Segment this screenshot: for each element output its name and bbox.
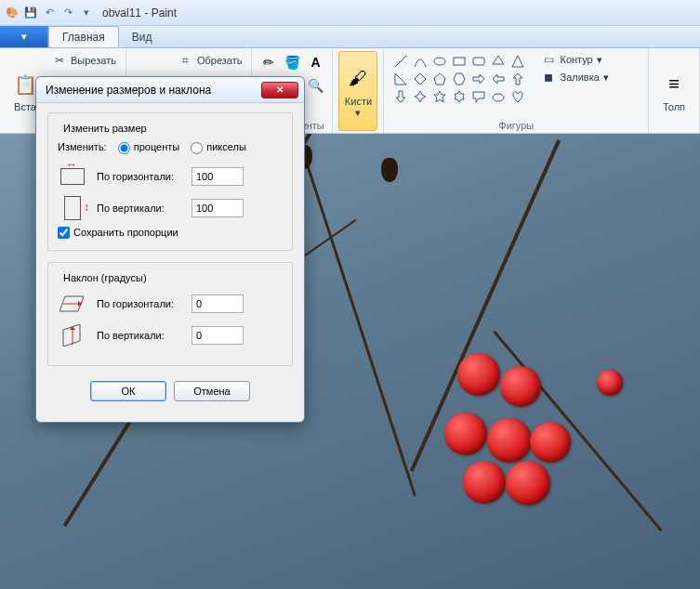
shape-triangle-icon[interactable] [508,53,527,70]
dialog-titlebar[interactable]: Изменение размеров и наклона ✕ [36,77,304,103]
resize-section-title: Изменить размер [59,123,151,134]
resize-h-input[interactable] [192,167,244,186]
svg-marker-8 [415,73,426,85]
skew-h-input[interactable] [192,294,244,313]
shape-star4-icon[interactable] [411,88,429,105]
svg-point-18 [493,94,504,101]
tab-home[interactable]: Главная [48,26,119,47]
cancel-button[interactable]: Отмена [174,381,250,401]
svg-rect-4 [473,58,484,65]
brush-icon: 🖌 [343,64,373,94]
resize-section: Изменить размер Изменить: проценты пиксе… [47,112,293,251]
file-menu-button[interactable]: ▾ [0,26,48,47]
shape-fill-button[interactable]: ◼ Заливка ▾ [538,69,611,85]
svg-marker-12 [493,74,504,84]
tab-view[interactable]: Вид [119,26,165,47]
svg-marker-7 [395,73,406,85]
skew-v-label: По вертикали: [97,330,182,341]
bucket-icon: 🪣 [284,55,300,70]
shape-pentagon-icon[interactable] [430,71,449,87]
shape-heart-icon[interactable] [508,88,527,105]
svg-marker-6 [512,56,523,67]
shape-arrow-l-icon[interactable] [489,71,508,87]
radio-percent[interactable]: проценты [118,141,180,154]
magnifier-icon: 🔍 [308,78,324,93]
size-button[interactable]: ≡ Толп [654,51,693,131]
shape-rect-icon[interactable] [450,53,469,70]
undo-icon[interactable]: ↶ [41,5,58,21]
resize-horizontal-icon [60,168,85,185]
shape-star6-icon[interactable] [450,88,469,105]
shapes-gallery[interactable] [390,51,529,118]
group-shapes-label: Фигуры [390,120,642,131]
shape-hexagon-icon[interactable] [450,71,469,87]
window-title: obval11 - Paint [102,7,177,20]
svg-marker-24 [70,326,75,330]
svg-marker-17 [455,91,464,102]
crop-icon: ⌗ [178,53,193,68]
cut-button[interactable]: ✂ Вырезать [48,51,120,70]
shape-roundrect-icon[interactable] [469,53,488,70]
shape-rtriangle-icon[interactable] [391,71,410,87]
skew-vertical-icon [58,322,87,348]
shape-star5-icon[interactable] [430,88,449,105]
aspect-checkbox[interactable]: Сохранить пропорции [58,227,178,238]
shape-cloud-icon[interactable] [489,88,508,105]
qat-dropdown-icon[interactable]: ▾ [78,5,95,21]
redo-icon[interactable]: ↷ [59,5,76,21]
group-brushes: 🖌 Кисти▾ [333,48,384,133]
scissors-icon: ✂ [52,53,67,68]
file-dropdown-icon: ▾ [21,31,27,43]
skew-h-label: По горизонтали: [97,298,182,309]
group-size: ≡ Толп [649,48,700,133]
radio-pixels[interactable]: пикселы [191,141,246,154]
shape-line-icon[interactable] [391,53,410,70]
svg-marker-13 [513,73,522,85]
group-shapes: ▭ Контур ▾ ◼ Заливка ▾ Фигуры [384,48,649,133]
crop-button[interactable]: ⌗ Обрезать [175,51,246,70]
shape-polygon-icon[interactable] [489,53,508,70]
svg-marker-16 [434,91,445,102]
svg-marker-14 [396,91,405,102]
dialog-close-button[interactable]: ✕ [261,82,298,98]
save-icon[interactable]: 💾 [22,5,39,21]
outline-icon: ▭ [541,52,556,67]
fill-icon: ◼ [541,70,556,85]
shape-callout-icon[interactable] [469,88,488,105]
shape-arrow-r-icon[interactable] [469,71,488,87]
svg-rect-3 [454,58,465,65]
svg-marker-9 [434,73,445,85]
shape-outline-button[interactable]: ▭ Контур ▾ [538,51,611,68]
svg-marker-15 [415,91,426,102]
text-icon: A [310,55,320,70]
text-tool[interactable]: A [304,51,326,73]
skew-horizontal-icon [58,291,87,317]
svg-point-2 [434,58,445,65]
resize-by-label: Изменить: [58,141,107,154]
brushes-button[interactable]: 🖌 Кисти▾ [338,51,377,131]
shape-arrow-u-icon[interactable] [508,71,527,87]
shape-diamond-icon[interactable] [411,71,429,87]
dialog-title: Изменение размеров и наклона [46,84,261,97]
skew-section-title: Наклон (градусы) [59,272,151,283]
svg-marker-11 [473,74,484,84]
ok-button[interactable]: ОК [90,381,166,401]
magnify-tool[interactable]: 🔍 [304,74,326,97]
resize-v-input[interactable] [192,199,244,217]
svg-marker-10 [454,73,465,85]
size-icon: ≡ [659,70,689,99]
shape-oval-icon[interactable] [430,53,449,70]
fill-tool[interactable]: 🪣 [281,51,303,73]
radio-percent-input[interactable] [118,142,130,154]
resize-vertical-icon [64,196,81,220]
radio-pixels-input[interactable] [191,142,203,154]
app-icon[interactable]: 🎨 [4,5,20,21]
resize-v-label: По вертикали: [97,203,182,214]
title-bar: 🎨 💾 ↶ ↷ ▾ obval11 - Paint [0,0,700,26]
aspect-checkbox-input[interactable] [58,227,70,239]
pencil-tool[interactable]: ✏ [258,51,280,73]
skew-v-input[interactable] [192,326,244,345]
shape-curve-icon[interactable] [411,53,429,70]
shape-arrow-d-icon[interactable] [391,88,410,105]
ribbon-tabs: ▾ Главная Вид [0,26,700,48]
